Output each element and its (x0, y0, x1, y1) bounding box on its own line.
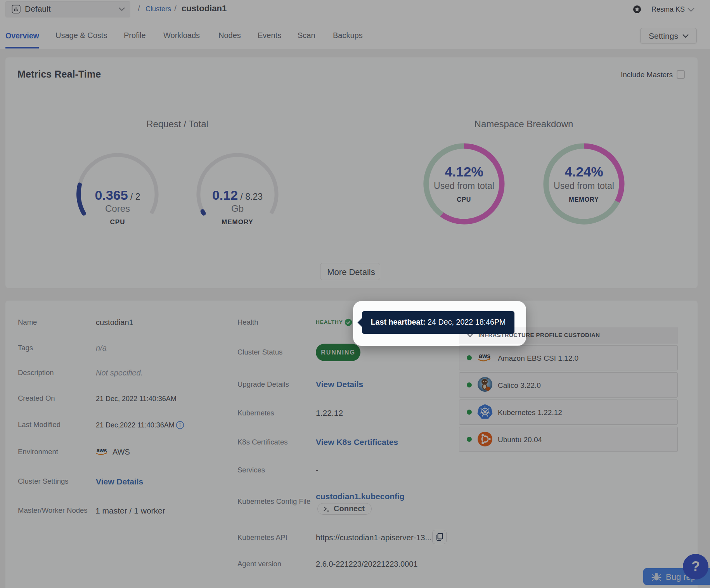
svg-text:aws: aws (479, 353, 490, 359)
svg-text:aws: aws (97, 447, 107, 453)
